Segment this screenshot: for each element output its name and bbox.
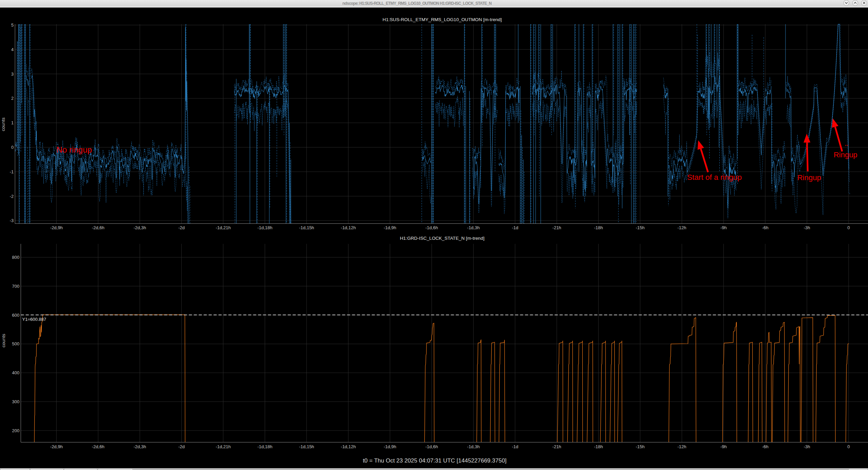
svg-text:-1d,15h: -1d,15h — [299, 444, 314, 449]
svg-text:-1d,6h: -1d,6h — [425, 444, 438, 449]
svg-text:-9h: -9h — [720, 225, 727, 230]
svg-text:-1d: -1d — [512, 225, 518, 230]
svg-text:3: 3 — [11, 72, 14, 77]
svg-text:counts: counts — [1, 334, 6, 347]
svg-text:-3h: -3h — [804, 225, 810, 230]
svg-text:t0 = Thu Oct 23 2025 04:07:31: t0 = Thu Oct 23 2025 04:07:31 UTC [14452… — [363, 457, 507, 464]
svg-text:-18h: -18h — [594, 225, 603, 230]
svg-text:-1d,6h: -1d,6h — [425, 225, 438, 230]
svg-text:-1d,18h: -1d,18h — [257, 225, 272, 230]
svg-text:400: 400 — [12, 370, 19, 375]
svg-text:Start of a ringup: Start of a ringup — [687, 173, 742, 182]
svg-text:-2: -2 — [10, 194, 14, 199]
svg-text:-6h: -6h — [762, 444, 768, 449]
svg-text:-6h: -6h — [762, 225, 768, 230]
svg-text:700: 700 — [12, 284, 19, 289]
svg-text:-3h: -3h — [804, 444, 810, 449]
svg-text:-18h: -18h — [594, 444, 603, 449]
svg-text:-1d,21h: -1d,21h — [216, 225, 231, 230]
svg-text:Y1=600.887: Y1=600.887 — [22, 317, 46, 322]
svg-text:-2d: -2d — [178, 444, 185, 449]
svg-text:-1d,9h: -1d,9h — [384, 444, 396, 449]
svg-text:-1d,21h: -1d,21h — [216, 444, 231, 449]
svg-text:-12h: -12h — [677, 225, 686, 230]
svg-text:0: 0 — [848, 225, 850, 230]
svg-text:counts: counts — [1, 118, 6, 131]
svg-text:0: 0 — [11, 145, 14, 150]
svg-text:4: 4 — [11, 47, 14, 52]
svg-text:-1d,12h: -1d,12h — [341, 225, 356, 230]
svg-text:H1:SUS-ROLL_ETMY_RMS_LOG10_OUT: H1:SUS-ROLL_ETMY_RMS_LOG10_OUTMON [m-tre… — [383, 17, 502, 22]
svg-text:No ringup: No ringup — [57, 145, 92, 154]
svg-text:-21h: -21h — [552, 444, 561, 449]
svg-text:-1d,3h: -1d,3h — [467, 225, 480, 230]
svg-text:600: 600 — [12, 313, 19, 318]
svg-text:-1d,15h: -1d,15h — [299, 225, 314, 230]
svg-text:Ringup: Ringup — [797, 173, 821, 182]
svg-text:-1d,12h: -1d,12h — [341, 444, 356, 449]
svg-text:-15h: -15h — [636, 444, 645, 449]
svg-text:0: 0 — [848, 444, 850, 449]
svg-text:1: 1 — [11, 120, 14, 125]
svg-text:-1d,3h: -1d,3h — [467, 444, 480, 449]
svg-text:-2d,3h: -2d,3h — [134, 444, 146, 449]
svg-text:800: 800 — [12, 255, 19, 260]
svg-text:-9h: -9h — [720, 444, 727, 449]
svg-text:-2d: -2d — [178, 225, 185, 230]
svg-text:-1: -1 — [10, 169, 14, 174]
svg-text:-2d,9h: -2d,9h — [50, 225, 63, 230]
svg-text:Ringup: Ringup — [834, 151, 857, 159]
svg-text:200: 200 — [12, 428, 19, 433]
svg-text:5: 5 — [11, 22, 14, 28]
svg-text:-2d,9h: -2d,9h — [50, 444, 63, 449]
svg-text:-2d,6h: -2d,6h — [92, 225, 104, 230]
svg-text:H1:GRD-ISC_LOCK_STATE_N [m-tre: H1:GRD-ISC_LOCK_STATE_N [m-trend] — [400, 236, 484, 241]
svg-text:-21h: -21h — [552, 225, 561, 230]
svg-text:-1d: -1d — [512, 444, 518, 449]
svg-text:-1d,9h: -1d,9h — [384, 225, 396, 230]
svg-text:-12h: -12h — [677, 444, 686, 449]
svg-text:-3: -3 — [10, 218, 14, 223]
svg-text:-15h: -15h — [636, 225, 645, 230]
svg-text:-1d,18h: -1d,18h — [257, 444, 272, 449]
svg-text:-2d,3h: -2d,3h — [134, 225, 146, 230]
svg-text:500: 500 — [12, 341, 19, 346]
svg-text:300: 300 — [12, 399, 19, 404]
svg-text:-2d,6h: -2d,6h — [92, 444, 104, 449]
svg-text:2: 2 — [11, 96, 14, 101]
